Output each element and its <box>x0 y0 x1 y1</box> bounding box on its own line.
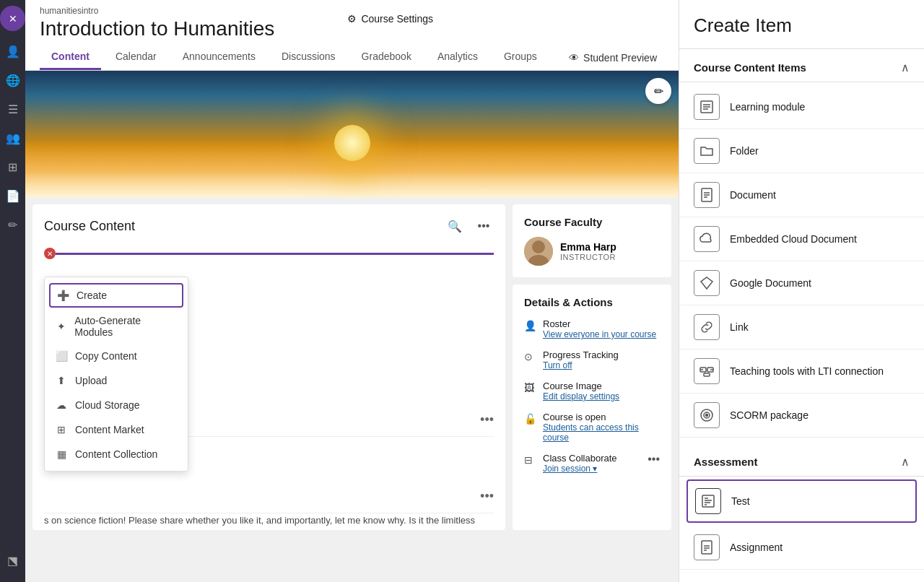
panel-lti[interactable]: Teaching tools with LTI connection <box>679 349 924 394</box>
tab-gradebook[interactable]: Gradebook <box>350 45 423 70</box>
grid-icon[interactable]: ⊞ <box>0 152 25 181</box>
learning-module-label: Learning module <box>730 101 805 113</box>
banner-edit-button[interactable]: ✏ <box>645 78 671 104</box>
tab-discussions[interactable]: Discussions <box>270 45 347 70</box>
search-button[interactable]: 🔍 <box>445 216 465 236</box>
cloud-storage-item[interactable]: ☁ Cloud Storage <box>45 393 188 417</box>
image-link[interactable]: Edit display settings <box>543 391 660 401</box>
item-1-more-button[interactable]: ••• <box>480 412 494 427</box>
course-settings-link[interactable]: ⚙ Course Settings <box>347 13 433 25</box>
assessment-section: Assessment ∧ Test <box>679 443 924 570</box>
preview-icon: 👁 <box>569 52 579 64</box>
folder-icon <box>694 138 720 164</box>
panel-document[interactable]: Document <box>679 173 924 217</box>
progress-circle[interactable]: ✕ <box>44 248 56 259</box>
tab-groups[interactable]: Groups <box>492 45 549 70</box>
roster-link[interactable]: View everyone in your course <box>543 329 660 339</box>
doc-icon[interactable]: 📄 <box>0 181 25 210</box>
lock-icon: 🔓 <box>524 413 537 426</box>
image-label: Course Image <box>543 381 660 391</box>
document-icon <box>694 182 720 208</box>
google-doc-label: Google Document <box>730 277 811 289</box>
progress-content: Progress Tracking Turn off <box>543 349 660 370</box>
google-doc-icon <box>694 270 720 296</box>
collab-more-button[interactable]: ••• <box>648 453 660 466</box>
lti-label: Teaching tools with LTI connection <box>730 365 884 377</box>
progress-bar: ✕ <box>44 248 494 259</box>
assignment-icon <box>694 534 720 560</box>
list-icon[interactable]: ☰ <box>0 95 25 123</box>
sun-decoration <box>334 125 370 161</box>
cloud-storage-label: Cloud Storage <box>75 399 140 411</box>
course-image-row: 🖼 Course Image Edit display settings <box>524 381 660 401</box>
tab-analytics[interactable]: Analytics <box>426 45 489 70</box>
edit-icon[interactable]: ✏ <box>0 210 25 239</box>
tab-calendar[interactable]: Calendar <box>104 45 168 70</box>
people-icon[interactable]: 👥 <box>0 123 25 152</box>
panel-assignment[interactable]: Assignment <box>679 526 924 570</box>
course-open-row: 🔓 Course is open Students can access thi… <box>524 412 660 443</box>
test-label: Test <box>731 495 750 507</box>
link-label: Link <box>730 321 749 333</box>
header-actions: 🔍 ••• <box>445 216 494 236</box>
image-icon: 🖼 <box>524 382 537 395</box>
collapse-button[interactable]: ∧ <box>901 61 910 74</box>
assessment-collapse-button[interactable]: ∧ <box>901 455 910 469</box>
auto-generate-icon: ✦ <box>55 320 67 333</box>
course-content-title: Course Content <box>44 219 135 234</box>
panel-test[interactable]: Test <box>687 479 917 523</box>
close-button[interactable]: ✕ <box>0 6 25 31</box>
learning-module-icon <box>694 94 720 120</box>
main-content: humanitiesintro Introduction to Humaniti… <box>25 0 679 582</box>
more-options-button[interactable]: ••• <box>474 216 494 236</box>
open-link[interactable]: Students can access this course <box>543 422 660 443</box>
content-collection-item[interactable]: ▦ Content Collection <box>45 442 188 466</box>
auto-generate-label: Auto-Generate Modules <box>74 315 178 338</box>
embedded-cloud-label: Embedded Cloud Document <box>730 233 857 245</box>
collab-icon: ⊟ <box>524 454 537 467</box>
course-content-section-header: Course Content Items ∧ <box>679 49 924 82</box>
open-content: Course is open Students can access this … <box>543 412 660 443</box>
details-title: Details & Actions <box>524 296 660 308</box>
create-panel-title: Create Item <box>694 14 910 37</box>
panel-embedded-cloud[interactable]: Embedded Cloud Document <box>679 217 924 261</box>
auto-generate-item[interactable]: ✦ Auto-Generate Modules <box>45 309 188 344</box>
course-content-section-title: Course Content Items <box>694 61 806 74</box>
market-icon: ⊞ <box>55 423 68 436</box>
create-button[interactable]: ➕ Create <box>49 283 183 308</box>
panel-learning-module[interactable]: Learning module <box>679 85 924 129</box>
tab-content[interactable]: Content <box>40 45 101 70</box>
item-2-more-button[interactable]: ••• <box>480 489 494 504</box>
tab-announcements[interactable]: Announcements <box>171 45 267 70</box>
globe-icon[interactable]: 🌐 <box>0 66 25 95</box>
progress-line <box>56 253 494 255</box>
nav-tabs: Content Calendar Announcements Discussio… <box>40 45 664 70</box>
user-icon[interactable]: 👤 <box>0 37 25 66</box>
content-market-label: Content Market <box>75 424 144 435</box>
faculty-info: Emma Harp INSTRUCTOR <box>560 241 616 261</box>
panel-scorm[interactable]: SCORM package <box>679 394 924 438</box>
exit-icon[interactable]: ⬔ <box>0 546 25 575</box>
progress-tracking-row: ⊙ Progress Tracking Turn off <box>524 349 660 370</box>
panel-google-doc[interactable]: Google Document <box>679 261 924 305</box>
panel-folder[interactable]: Folder <box>679 129 924 173</box>
scorm-icon <box>694 402 720 428</box>
faculty-title: Course Faculty <box>524 216 660 228</box>
progress-link[interactable]: Turn off <box>543 360 660 370</box>
course-content-panel: Course Content 🔍 ••• ✕ ➕ Create <box>32 204 505 530</box>
panel-link[interactable]: Link <box>679 305 924 349</box>
content-market-item[interactable]: ⊞ Content Market <box>45 417 188 442</box>
svg-rect-20 <box>702 495 714 507</box>
student-preview-button[interactable]: 👁 Student Preview <box>562 48 664 68</box>
collab-content: Class Collaborate Join session ▾ <box>543 453 642 474</box>
link-icon <box>694 314 720 340</box>
create-panel-header: Create Item <box>679 0 924 49</box>
svg-point-19 <box>706 414 708 417</box>
copy-icon: ⬜ <box>55 349 68 362</box>
collab-link[interactable]: Join session ▾ <box>543 464 642 474</box>
roster-icon: 👤 <box>524 320 537 333</box>
upload-item[interactable]: ⬆ Upload <box>45 368 188 393</box>
class-collab-row: ⊟ Class Collaborate Join session ▾ ••• <box>524 453 660 474</box>
svg-rect-14 <box>704 373 710 376</box>
copy-content-item[interactable]: ⬜ Copy Content <box>45 344 188 368</box>
